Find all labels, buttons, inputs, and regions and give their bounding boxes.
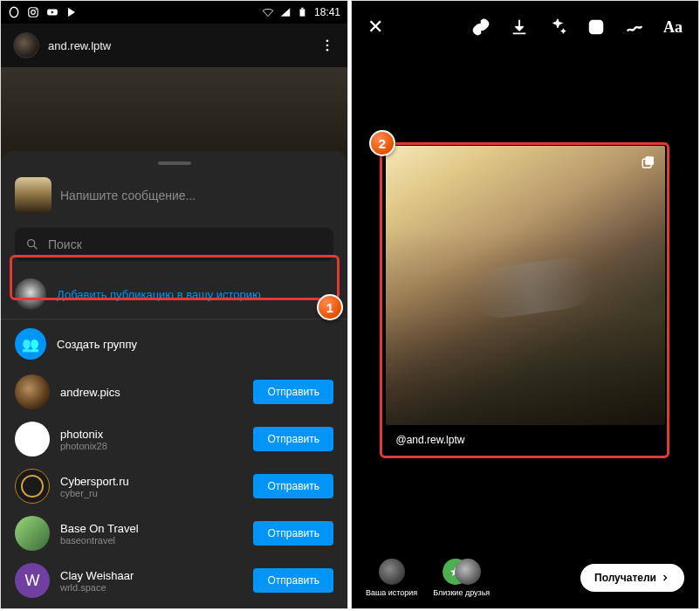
contact-row[interactable]: КОНКУРСЫ ★ РОЗЫГРЫШИ ★ … konkurs.moskva … (1, 604, 347, 609)
contact-name: Base On Travel (60, 522, 243, 535)
send-button[interactable]: Отправить (253, 380, 333, 404)
sheet-drag-handle[interactable] (158, 161, 191, 165)
contact-subtitle: baseontravel (60, 535, 243, 546)
svg-rect-18 (645, 156, 654, 165)
story-editor-toolbar: ✕ Aa (352, 1, 698, 53)
svg-rect-9 (301, 8, 303, 10)
annotation-step-2: 2 (369, 130, 395, 156)
add-to-story-option[interactable]: Добавить публикацию в вашу историю (1, 270, 347, 319)
battery-icon (297, 6, 309, 18)
close-friends-label: Близкие друзья (433, 588, 490, 597)
send-button[interactable]: Отправить (253, 427, 333, 451)
contact-subtitle: wrld.space (60, 582, 243, 593)
svg-rect-8 (299, 10, 305, 17)
message-input-row[interactable]: Напишите сообщение... (1, 172, 347, 219)
svg-rect-15 (590, 21, 603, 34)
shared-post-preview[interactable]: @and.rew.lptw (386, 146, 665, 455)
signal-icon (279, 6, 292, 18)
contact-name: Cybersport.ru (60, 475, 243, 488)
post-image-background (1, 67, 347, 163)
create-group-option[interactable]: Создать группу (1, 319, 347, 368)
carousel-icon (641, 154, 656, 170)
play-store-icon (65, 6, 78, 18)
svg-point-16 (594, 24, 595, 26)
contact-name: andrew.pics (60, 386, 243, 399)
story-canvas[interactable]: @and.rew.lptw (352, 53, 698, 547)
contact-row[interactable]: photonix photonix28 Отправить (1, 415, 347, 463)
search-placeholder: Поиск (48, 237, 82, 251)
status-bar: 18:41 (1, 1, 347, 24)
download-icon[interactable] (510, 17, 529, 37)
annotation-step-1: 1 (317, 294, 343, 320)
send-button[interactable]: Отправить (253, 521, 333, 546)
contact-row[interactable]: Cybersport.ru cyber_ru Отправить (1, 463, 347, 510)
youtube-icon (46, 6, 58, 18)
more-icon[interactable] (319, 38, 335, 53)
share-sheet: Напишите сообщение... Поиск Добавить пуб… (1, 151, 347, 608)
shared-post-username: @and.rew.lptw (386, 425, 665, 455)
contact-name: Clay Weishaar (60, 569, 243, 582)
shared-post-image (386, 146, 665, 425)
svg-marker-6 (68, 8, 75, 17)
search-input[interactable]: Поиск (15, 228, 333, 261)
story-bottom-bar: Ваша история Близкие друзья Получатели (352, 547, 698, 608)
send-button[interactable]: Отправить (253, 474, 333, 498)
author-username[interactable]: and.rew.lptw (48, 39, 311, 52)
contact-row[interactable]: W Clay Weishaar wrld.space Отправить (1, 557, 347, 604)
clock-time: 18:41 (314, 6, 340, 18)
add-to-story-label: Добавить публикацию в вашу историю (57, 288, 261, 301)
svg-point-0 (10, 7, 17, 17)
create-group-label: Создать группу (57, 338, 137, 351)
opera-icon (8, 6, 20, 18)
contact-row[interactable]: Base On Travel baseontravel Отправить (1, 510, 347, 557)
author-avatar[interactable] (13, 32, 39, 58)
svg-point-11 (326, 45, 329, 47)
svg-point-13 (28, 240, 35, 247)
user-story-avatar (15, 278, 46, 310)
svg-marker-7 (281, 8, 291, 16)
contact-avatar (15, 469, 50, 504)
svg-point-3 (36, 9, 37, 10)
text-tool-icon[interactable]: Aa (663, 18, 683, 37)
search-icon (25, 237, 39, 251)
close-icon[interactable]: ✕ (367, 16, 383, 38)
svg-line-14 (34, 246, 37, 249)
contact-avatar (15, 374, 50, 409)
effects-icon[interactable] (548, 17, 567, 37)
instagram-icon (27, 6, 39, 18)
your-story-label: Ваша история (366, 588, 417, 597)
svg-point-2 (31, 10, 36, 15)
sticker-icon[interactable] (587, 17, 606, 37)
contact-avatar (15, 422, 50, 457)
svg-point-10 (326, 39, 329, 42)
recipients-button[interactable]: Получатели (580, 564, 684, 592)
your-story-destination[interactable]: Ваша история (366, 559, 417, 597)
draw-icon[interactable] (625, 17, 644, 37)
message-placeholder: Напишите сообщение... (60, 189, 196, 203)
post-thumbnail (15, 177, 51, 214)
svg-point-12 (326, 49, 329, 51)
close-friends-destination[interactable]: Близкие друзья (433, 559, 490, 597)
your-story-avatar (379, 559, 405, 585)
close-friends-avatar (455, 559, 481, 585)
recipients-label: Получатели (594, 572, 656, 584)
group-icon (15, 328, 46, 360)
contact-subtitle: cyber_ru (60, 488, 243, 498)
contact-subtitle: photonix28 (60, 441, 243, 451)
contact-avatar: W (15, 563, 50, 598)
post-header: and.rew.lptw (1, 24, 347, 67)
contact-row[interactable]: andrew.pics Отправить (1, 368, 347, 415)
link-icon[interactable] (471, 17, 491, 37)
svg-point-17 (597, 24, 599, 26)
chevron-right-icon (660, 573, 670, 583)
send-button[interactable]: Отправить (253, 568, 333, 593)
wifi-icon (262, 6, 274, 18)
contact-name: photonix (60, 428, 243, 441)
contact-avatar (15, 516, 50, 551)
